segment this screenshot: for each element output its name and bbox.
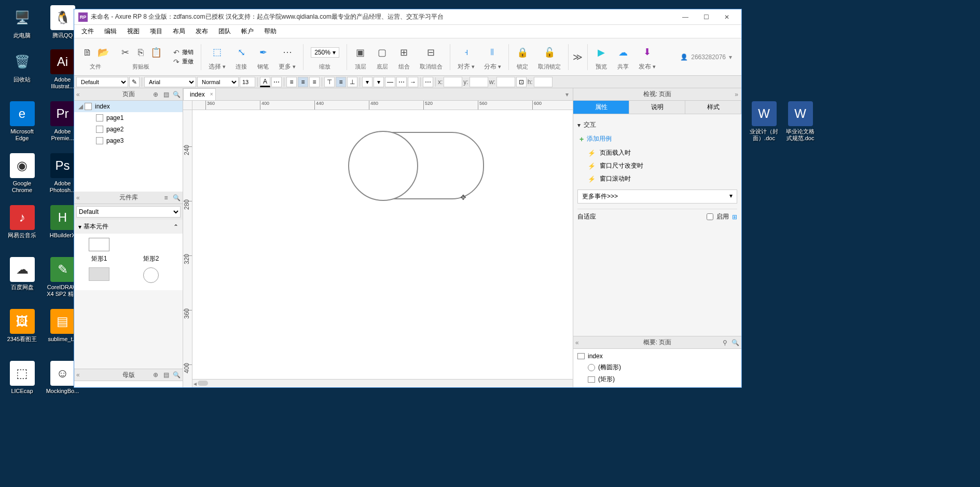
unlock-icon[interactable]: 🔓 — [543, 46, 556, 59]
menu-item[interactable]: 编辑 — [99, 25, 122, 38]
close-button[interactable]: ✕ — [716, 9, 737, 25]
copy-icon[interactable]: ⎘ — [134, 46, 147, 59]
desktop-icon[interactable]: ☁百度网盘 — [5, 257, 39, 291]
publish-icon[interactable]: ⬇ — [641, 46, 653, 58]
expand-icon[interactable]: » — [735, 91, 738, 98]
more-style-icon[interactable]: ⋯ — [423, 77, 433, 87]
desktop-icon[interactable]: 🗑️回收站 — [5, 49, 39, 83]
desktop-icon[interactable]: W毕业论文格式规范.doc — [783, 101, 817, 142]
front-icon[interactable]: ▣ — [354, 46, 367, 59]
filter-outline-icon[interactable]: ⚲ — [721, 339, 729, 347]
zoom-select[interactable]: 250%▾ — [311, 47, 339, 58]
paste-icon[interactable]: 📋 — [150, 46, 162, 59]
fill-color-icon[interactable]: ▾ — [362, 77, 372, 87]
library-select[interactable]: Default — [76, 206, 181, 218]
more-icon[interactable]: ⋯ — [281, 46, 294, 58]
w-input[interactable] — [496, 77, 515, 87]
search-master-icon[interactable]: 🔍 — [172, 371, 181, 379]
lib-item-rect1[interactable]: 矩形1 — [78, 238, 120, 263]
menu-item[interactable]: 发布 — [190, 25, 213, 38]
scroll-thumb[interactable] — [198, 381, 208, 386]
desktop-icon[interactable]: eMicrosoft Edge — [5, 101, 39, 142]
line-width-icon[interactable]: — — [385, 77, 395, 87]
interaction-header[interactable]: ▾交互 — [577, 118, 737, 131]
redo-icon[interactable]: ↷ — [172, 57, 181, 66]
user-id[interactable]: 2663282076 — [691, 53, 726, 61]
desktop-icon[interactable]: ⬚LICEcap — [5, 361, 39, 395]
line-color-icon[interactable]: ▾ — [374, 77, 384, 87]
menu-item[interactable]: 文件 — [76, 25, 99, 38]
outline-root[interactable]: index — [575, 351, 739, 361]
page-menu-icon[interactable]: ▤ — [162, 90, 170, 99]
distribute-icon[interactable]: ⦀ — [486, 46, 499, 58]
adaptive-settings-icon[interactable]: ⊞ — [732, 213, 737, 221]
add-case-button[interactable]: +添加用例 — [577, 131, 737, 146]
desktop-icon[interactable]: ◉Google Chrome — [5, 153, 39, 194]
align-center-icon[interactable]: ≡ — [298, 77, 308, 87]
desktop-icon[interactable]: W业设计（封面）.doc — [747, 101, 781, 142]
desktop-icon[interactable]: 🖼2345看图王 — [5, 309, 39, 343]
arrow-icon[interactable]: → — [408, 77, 418, 87]
canvas-shape-ellipse[interactable] — [348, 131, 418, 201]
tree-item[interactable]: page3 — [74, 135, 183, 146]
align-left-icon[interactable]: ≡ — [286, 77, 297, 87]
redo-label[interactable]: 重做 — [182, 58, 194, 65]
search-page-icon[interactable]: 🔍 — [172, 90, 181, 99]
tab-dropdown-icon[interactable]: ▾ — [561, 89, 573, 100]
collapse-outline-icon[interactable]: « — [575, 339, 579, 346]
event-item[interactable]: ⚡页面载入时 — [577, 146, 737, 159]
tab-close-icon[interactable]: × — [210, 91, 213, 97]
select-icon[interactable]: ⬚ — [211, 46, 224, 58]
maximize-button[interactable]: ☐ — [696, 9, 716, 25]
collapse-lib-icon[interactable]: « — [76, 194, 80, 201]
style-manager-icon[interactable]: ✎ — [129, 77, 140, 87]
master-menu-icon[interactable]: ▤ — [162, 371, 170, 379]
tree-item[interactable]: page1 — [74, 112, 183, 124]
tab-notes[interactable]: 说明 — [629, 101, 685, 114]
undo-label[interactable]: 撤销 — [182, 48, 194, 56]
canvas[interactable]: ✥ — [192, 110, 573, 379]
align-right-icon[interactable]: ≡ — [309, 77, 320, 87]
tree-item-index[interactable]: ◢ index — [74, 101, 183, 112]
h-input[interactable] — [534, 77, 553, 87]
share-icon[interactable]: ☁ — [617, 46, 629, 59]
tab-style[interactable]: 样式 — [685, 101, 741, 114]
outline-item-ellipse[interactable]: (椭圆形) — [575, 361, 739, 373]
ungroup-icon[interactable]: ⊟ — [425, 46, 437, 59]
search-outline-icon[interactable]: 🔍 — [731, 339, 739, 347]
back-icon[interactable]: ▢ — [376, 46, 389, 59]
desktop-icon[interactable]: ♪网易云音乐 — [5, 205, 39, 239]
lib-item-circle[interactable] — [130, 267, 172, 286]
font-select[interactable]: Arial — [144, 77, 196, 87]
valign-top-icon[interactable]: ⊤ — [324, 77, 335, 87]
overflow-icon[interactable]: ≫ — [572, 51, 584, 63]
scrollbar-horizontal[interactable]: ◂ — [192, 379, 573, 387]
lock-ratio-icon[interactable]: ⊡ — [516, 77, 527, 87]
tab-index[interactable]: index × — [183, 88, 216, 100]
align-icon[interactable]: ⫞ — [460, 46, 472, 58]
new-file-icon[interactable]: 🗎 — [81, 46, 94, 59]
lib-menu-icon[interactable]: ≡ — [162, 194, 170, 202]
menu-item[interactable]: 帮助 — [259, 25, 282, 38]
open-file-icon[interactable]: 📂 — [97, 46, 109, 59]
font-size-input[interactable] — [240, 77, 255, 87]
search-lib-icon[interactable]: 🔍 — [172, 194, 181, 202]
menu-item[interactable]: 项目 — [145, 25, 168, 38]
connect-icon[interactable]: ⤡ — [235, 46, 247, 59]
menu-item[interactable]: 布局 — [168, 25, 190, 38]
add-master-icon[interactable]: ⊕ — [151, 371, 160, 379]
more-events-select[interactable]: 更多事件>>>▾ — [577, 190, 737, 204]
lib-item-rect2[interactable]: 矩形2 — [130, 238, 172, 263]
add-page-icon[interactable]: ⊕ — [151, 90, 160, 99]
collapse-master-icon[interactable]: « — [76, 371, 80, 378]
outline-item-rect[interactable]: (矩形) — [575, 373, 739, 385]
x-input[interactable] — [444, 77, 462, 87]
menu-item[interactable]: 帐户 — [236, 25, 259, 38]
font-weight-select[interactable]: Normal — [197, 77, 239, 87]
more-text-icon[interactable]: ⋯ — [271, 77, 282, 87]
undo-icon[interactable]: ↶ — [172, 48, 181, 57]
tree-item[interactable]: page2 — [74, 124, 183, 135]
event-item[interactable]: ⚡窗口滚动时 — [577, 172, 737, 185]
tab-properties[interactable]: 属性 — [573, 101, 629, 114]
pen-icon[interactable]: ✒ — [257, 46, 269, 59]
